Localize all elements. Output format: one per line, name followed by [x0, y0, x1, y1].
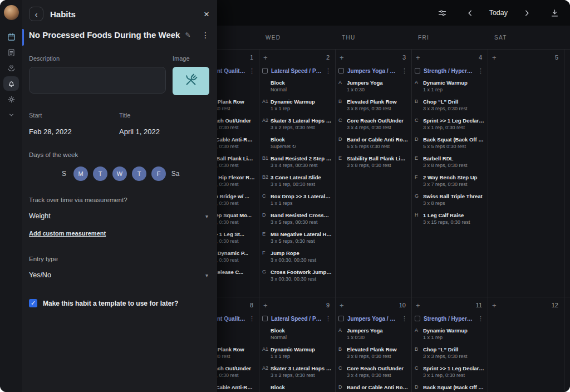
workout-block[interactable]: BlockNormal	[262, 79, 332, 94]
workout-menu-icon[interactable]: ⋮	[325, 67, 332, 75]
exercise-item[interactable]: FJump Rope3 x 00:30, 00:30 rest	[262, 249, 332, 264]
chevron-down-icon[interactable]	[3, 107, 19, 122]
exercise-item[interactable]: EMB Negative Lateral Hop...3 x 5 reps, 0…	[262, 231, 332, 245]
day-toggle-selected[interactable]: T	[132, 166, 146, 181]
add-workout-button[interactable]: +	[262, 302, 268, 309]
document-icon[interactable]	[3, 45, 19, 60]
exercise-item[interactable]: AJumpers Yoga1 x 0:30	[338, 79, 408, 94]
workout-block[interactable]: BlockNormal	[262, 327, 332, 341]
exercise-item[interactable]: B23 Cone Lateral Slide3 x 1 rep, 00:30 r…	[262, 174, 332, 188]
exercise-item[interactable]: DBack Squat (Back Off Set)5 x 5 reps 0:3…	[415, 384, 484, 392]
exercise-item[interactable]: F2 Way Bench Step Up3 x 7 reps, 0:30 res…	[415, 174, 484, 188]
day-cell[interactable]: +10Jumpers Yoga / Core⋮AJumpers Yoga1 x …	[335, 297, 411, 392]
workout-menu-icon[interactable]: ⋮	[401, 67, 408, 75]
exercise-item[interactable]: AJumpers Yoga1 x 0:30	[338, 327, 408, 341]
exercise-item[interactable]: DBand or Cable Anti Rotati...5 x 5 reps …	[338, 136, 408, 150]
add-workout-button[interactable]: +	[491, 302, 497, 309]
workout-block[interactable]: BlockSuperset ↻	[262, 384, 332, 392]
exercise-item[interactable]: CBox Drop >> 3 Lateral H...1 x 1 reps	[262, 193, 332, 207]
close-icon[interactable]: ×	[204, 9, 209, 19]
exercise-item[interactable]: A2Skater 3 Lateral Hops >> ...3 x 2 reps…	[262, 365, 332, 379]
workout-menu-icon[interactable]: ⋮	[249, 315, 255, 322]
start-date-value[interactable]: Feb 28, 2022	[29, 128, 119, 136]
download-icon[interactable]	[548, 6, 561, 19]
workout-checkbox[interactable]	[415, 316, 420, 321]
today-button[interactable]: Today	[486, 8, 511, 17]
measurement-select[interactable]: Weight ▾	[22, 212, 217, 220]
description-input[interactable]	[29, 67, 166, 94]
exercise-item[interactable]: H1 Leg Calf Raise3 x 15 reps, 0:30 rest	[415, 212, 484, 226]
workout-checkbox[interactable]	[338, 316, 344, 321]
exercise-item[interactable]: BChop “L” Drill3 x 3 reps, 0:30 rest	[415, 346, 484, 360]
exercise-item[interactable]: GCross Footwork Jump Rope3 x 00:30, 00:3…	[262, 268, 332, 283]
workout-checkbox[interactable]	[262, 316, 268, 321]
exercise-item[interactable]: B1Band Resisted 2 Step Late...3 x 4 reps…	[262, 155, 332, 169]
day-toggle-selected[interactable]: W	[112, 166, 127, 181]
exercise-item[interactable]: CCore Reach Out/Under3 x 4 reps, 0:30 re…	[338, 365, 408, 379]
exercise-item[interactable]: BChop “L” Drill3 x 3 reps, 0:30 rest	[415, 98, 484, 112]
prev-week-button[interactable]	[464, 6, 477, 19]
day-toggle[interactable]: Sa	[171, 170, 180, 178]
day-toggle-selected[interactable]: T	[93, 166, 107, 181]
day-toggle[interactable]: S	[60, 170, 68, 178]
back-button[interactable]: ‹	[29, 7, 43, 21]
workout-menu-icon[interactable]: ⋮	[401, 315, 408, 322]
workout-checkbox[interactable]	[415, 68, 420, 74]
workout-title[interactable]: Strength / Hypertro...	[424, 316, 474, 322]
workout-checkbox[interactable]	[262, 68, 268, 74]
day-cell[interactable]: +4Strength / Hypertro...⋮ADynamic Warmup…	[411, 50, 488, 297]
exercise-item[interactable]: CSprint >> 1 Leg Declarations3 x 1 rep, …	[415, 117, 484, 131]
exercise-item[interactable]: DBack Squat (Back Off Set)5 x 5 reps 0:3…	[415, 136, 484, 150]
exercise-item[interactable]: BElevated Plank Row3 x 8 reps, 0:30 rest	[338, 98, 408, 112]
template-checkbox[interactable]: ✓	[29, 299, 37, 307]
filter-sliders-icon[interactable]	[436, 6, 449, 19]
exercise-item[interactable]: A2Skater 3 Lateral Hops >> ...3 x 2 reps…	[262, 117, 332, 131]
day-toggle-selected[interactable]: M	[73, 166, 88, 181]
workout-title[interactable]: Lateral Speed / Plyo	[271, 68, 322, 74]
habit-menu-icon[interactable]: ⋮	[202, 31, 209, 40]
day-toggle-selected[interactable]: F	[151, 166, 166, 181]
heart-hands-icon[interactable]	[3, 61, 19, 75]
exercise-item[interactable]: A1Dynamic Warmup1 x 1 rep	[262, 346, 332, 360]
end-date-value[interactable]: April 1, 2022	[119, 128, 160, 136]
workout-title[interactable]: Lateral Speed / Plyo	[271, 316, 322, 322]
workout-title[interactable]: Strength / Hypertro...	[424, 68, 474, 74]
day-cell[interactable]: +2Lateral Speed / Plyo⋮BlockNormalA1Dyna…	[259, 50, 335, 297]
workout-menu-icon[interactable]: ⋮	[249, 67, 255, 75]
avatar[interactable]	[4, 5, 19, 20]
add-workout-button[interactable]: +	[262, 54, 268, 61]
gear-icon[interactable]	[3, 92, 19, 106]
entry-type-select[interactable]: Yes/No ▾	[22, 271, 217, 279]
workout-checkbox[interactable]	[338, 68, 344, 74]
workout-block[interactable]: BlockSuperset ↻	[262, 136, 332, 150]
exercise-item[interactable]: CSprint >> 1 Leg Declarations3 x 1 rep, …	[415, 365, 484, 379]
workout-title[interactable]: Jumpers Yoga / Core	[347, 68, 398, 74]
day-cell[interactable]: +9Lateral Speed / Plyo⋮BlockNormalA1Dyna…	[259, 297, 335, 392]
day-cell[interactable]: +11Strength / Hypertro...⋮ADynamic Warmu…	[411, 297, 488, 392]
exercise-item[interactable]: A1Dynamic Warmup1 x 1 rep	[262, 98, 332, 112]
add-workout-button[interactable]: +	[415, 54, 420, 61]
day-cell[interactable]	[564, 297, 570, 392]
edit-pencil-icon[interactable]: ✎	[185, 31, 190, 39]
add-workout-button[interactable]: +	[338, 54, 344, 61]
exercise-item[interactable]: DBand Resisted Crossover...3 x 5 reps, 0…	[262, 212, 332, 226]
add-workout-button[interactable]: +	[415, 302, 420, 309]
day-cell[interactable]	[564, 50, 570, 297]
day-cell[interactable]: +5	[488, 50, 564, 297]
add-custom-measurement-link[interactable]: Add custom measurement	[29, 230, 106, 237]
add-workout-button[interactable]: +	[491, 54, 497, 61]
exercise-item[interactable]: EStability Ball Plank Linear ...3 x 8 re…	[338, 155, 408, 169]
exercise-item[interactable]: ADynamic Warmup1 x 1 rep	[415, 327, 484, 341]
workout-menu-icon[interactable]: ⋮	[478, 67, 484, 75]
day-cell[interactable]: +12	[488, 297, 564, 392]
exercise-item[interactable]: CCore Reach Out/Under3 x 4 reps, 0:30 re…	[338, 117, 408, 131]
add-workout-button[interactable]: +	[338, 302, 344, 309]
workout-menu-icon[interactable]: ⋮	[325, 315, 332, 322]
workout-title[interactable]: Jumpers Yoga / Core	[347, 316, 398, 322]
day-cell[interactable]: +3Jumpers Yoga / Core⋮AJumpers Yoga1 x 0…	[335, 50, 411, 297]
bell-icon[interactable]	[3, 76, 19, 91]
next-week-button[interactable]	[520, 6, 533, 19]
exercise-item[interactable]: GSwiss Ball Triple Threat3 x 8 reps	[415, 193, 484, 207]
exercise-item[interactable]: BElevated Plank Row3 x 8 reps, 0:30 rest	[338, 346, 408, 360]
calendar-icon[interactable]	[3, 30, 19, 44]
